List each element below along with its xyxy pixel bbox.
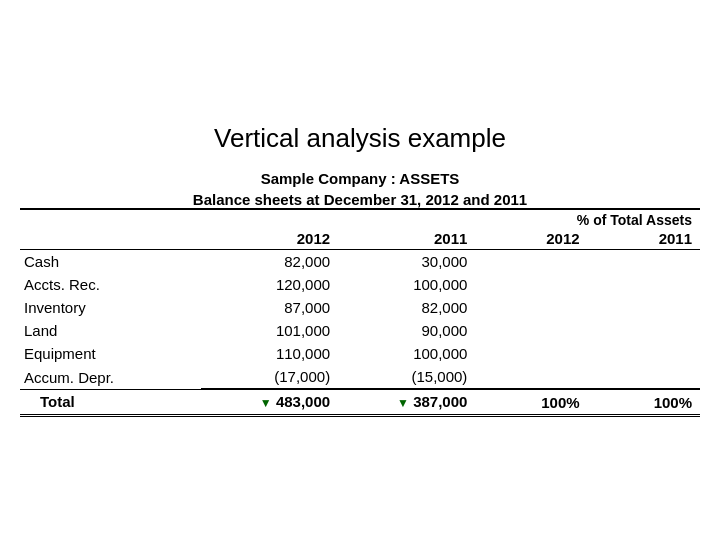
row-pct2: [588, 342, 700, 365]
pct-header-label: % of Total Assets: [475, 209, 700, 228]
page-container: Vertical analysis example Sample Company…: [20, 123, 700, 416]
table-row: Cash82,00030,000: [20, 250, 700, 274]
row-val2: 30,000: [338, 250, 475, 274]
row-pct1: [475, 365, 587, 389]
row-label: Inventory: [20, 296, 201, 319]
row-label: Total: [20, 389, 201, 415]
page-title: Vertical analysis example: [20, 123, 700, 154]
row-pct2: [588, 365, 700, 389]
table-row: Inventory87,00082,000: [20, 296, 700, 319]
row-val1: ▼ 483,000: [201, 389, 338, 415]
table-row: Land101,00090,000: [20, 319, 700, 342]
table-row: Total▼ 483,000▼ 387,000100%100%: [20, 389, 700, 415]
col-pct2: 2011: [588, 228, 700, 250]
row-pct2: [588, 273, 700, 296]
row-val1: 87,000: [201, 296, 338, 319]
row-label: Cash: [20, 250, 201, 274]
col-pct1: 2012: [475, 228, 587, 250]
row-label: Land: [20, 319, 201, 342]
col-year1: 2012: [201, 228, 338, 250]
triangle-icon: ▼: [260, 397, 272, 411]
row-val1: 120,000: [201, 273, 338, 296]
row-val1: (17,000): [201, 365, 338, 389]
row-pct2: [588, 319, 700, 342]
triangle-icon: ▼: [397, 397, 409, 411]
row-pct1: [475, 342, 587, 365]
row-label: Accts. Rec.: [20, 273, 201, 296]
row-pct1: 100%: [475, 389, 587, 415]
row-val2: ▼ 387,000: [338, 389, 475, 415]
row-pct2: 100%: [588, 389, 700, 415]
row-label: Equipment: [20, 342, 201, 365]
row-val2: (15,000): [338, 365, 475, 389]
balance-sheet-table: % of Total Assets 2012 2011 2012 2011 Ca…: [20, 208, 700, 416]
row-pct1: [475, 273, 587, 296]
table-row: Equipment110,000100,000: [20, 342, 700, 365]
row-val2: 90,000: [338, 319, 475, 342]
row-pct1: [475, 250, 587, 274]
col-year2: 2011: [338, 228, 475, 250]
row-label: Accum. Depr.: [20, 365, 201, 389]
row-pct2: [588, 296, 700, 319]
row-pct2: [588, 250, 700, 274]
row-pct1: [475, 296, 587, 319]
column-headers-row: 2012 2011 2012 2011: [20, 228, 700, 250]
subtitle1: Sample Company : ASSETS: [20, 170, 700, 187]
row-val1: 110,000: [201, 342, 338, 365]
subtitle2: Balance sheets at December 31, 2012 and …: [20, 191, 700, 208]
row-pct1: [475, 319, 587, 342]
row-val2: 82,000: [338, 296, 475, 319]
pct-header-row: % of Total Assets: [20, 209, 700, 228]
row-val1: 101,000: [201, 319, 338, 342]
row-val1: 82,000: [201, 250, 338, 274]
row-val2: 100,000: [338, 342, 475, 365]
row-val2: 100,000: [338, 273, 475, 296]
table-row: Accts. Rec.120,000100,000: [20, 273, 700, 296]
table-row: Accum. Depr.(17,000)(15,000): [20, 365, 700, 389]
